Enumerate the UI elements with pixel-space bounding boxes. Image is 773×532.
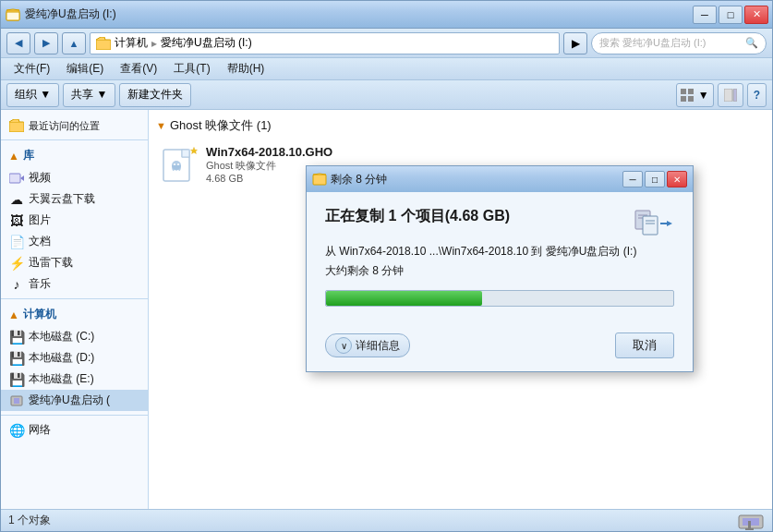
view-toggle-button[interactable]: ▼ <box>676 83 714 107</box>
sidebar-network-label: 网络 <box>29 422 51 438</box>
menu-tools[interactable]: 工具(T) <box>166 59 217 79</box>
sidebar-item-disk-c[interactable]: 💾 本地磁盘 (C:) <box>1 326 148 347</box>
svg-rect-13 <box>14 398 19 404</box>
folder-name: Ghost 映像文件 (1) <box>170 117 272 134</box>
toolbar-right: ▼ ? <box>676 83 767 107</box>
sidebar-item-network[interactable]: 🌐 网络 <box>1 419 148 441</box>
sidebar-disk-e-label: 本地磁盘 (E:) <box>29 371 94 387</box>
sidebar-item-doc[interactable]: 📄 文档 <box>1 231 148 252</box>
svg-rect-31 <box>745 528 754 530</box>
path-part2: 愛纯净U盘启动 (I:) <box>161 35 252 51</box>
copy-animation-icon <box>634 203 674 244</box>
disk-d-icon: 💾 <box>8 351 25 366</box>
content-area: ▼ Ghost 映像文件 (1) <box>149 110 772 509</box>
address-bar: ◀ ▶ ▲ 计算机 ▸ 愛纯净U盘启动 (I:) ▶ 搜索 愛纯净U盘启动 (I… <box>1 29 772 58</box>
sidebar-item-disk-e[interactable]: 💾 本地磁盘 (E:) <box>1 369 148 390</box>
sidebar-item-music[interactable]: ♪ 音乐 <box>1 273 148 295</box>
dialog-maximize-button[interactable]: □ <box>645 171 665 187</box>
sidebar-section-computer: ▲ 计算机 💾 本地磁盘 (C:) 💾 本地磁盘 (D:) 💾 本地磁盘 (E:… <box>1 303 148 411</box>
menu-view[interactable]: 查看(V) <box>113 59 164 79</box>
up-button[interactable]: ▲ <box>62 32 86 54</box>
video-icon <box>8 171 25 186</box>
doc-icon: 📄 <box>8 235 25 249</box>
chevron-down-icon: ∨ <box>335 337 352 354</box>
toolbar: 组织 ▼ 共享 ▼ 新建文件夹 ▼ ? <box>1 80 772 110</box>
sidebar-item-cloud[interactable]: ☁ 天翼云盘下载 <box>1 188 148 210</box>
recent-icon <box>8 118 25 133</box>
sidebar-item-picture[interactable]: 🖼 图片 <box>1 210 148 231</box>
help-button[interactable]: ? <box>747 83 767 107</box>
maximize-button[interactable]: □ <box>719 6 743 24</box>
share-button[interactable]: 共享 ▼ <box>63 83 115 107</box>
cancel-button[interactable]: 取消 <box>615 332 674 358</box>
ghost-file-icon <box>162 146 199 183</box>
computer-arrow-icon: ▲ <box>8 308 19 321</box>
dialog-title-bar: 剩余 8 分钟 ─ □ ✕ <box>307 166 693 192</box>
menu-bar: 文件(F) 编辑(E) 查看(V) 工具(T) 帮助(H) <box>1 58 772 80</box>
sidebar-thunder-label: 迅雷下载 <box>29 255 73 271</box>
picture-icon: 🖼 <box>8 213 25 228</box>
sidebar-section-network: 🌐 网络 <box>1 419 148 441</box>
dialog-footer: ∨ 详细信息 取消 <box>307 332 693 371</box>
svg-rect-24 <box>643 216 658 235</box>
title-bar-buttons: ─ □ ✕ <box>693 6 768 24</box>
preview-icon <box>724 89 737 102</box>
title-bar: 愛纯净U盘启动 (I:) ─ □ ✕ <box>1 1 772 29</box>
menu-file[interactable]: 文件(F) <box>6 59 57 79</box>
minimize-button[interactable]: ─ <box>693 6 717 24</box>
dialog-time-text: 大约剩余 8 分钟 <box>325 264 404 277</box>
search-box[interactable]: 搜索 愛纯净U盘启动 (I:) 🔍 <box>591 32 767 54</box>
svg-rect-2 <box>96 40 111 50</box>
svg-rect-10 <box>9 174 20 183</box>
dialog-minimize-button[interactable]: ─ <box>622 171 643 187</box>
sidebar-divider-1 <box>1 139 148 140</box>
menu-help[interactable]: 帮助(H) <box>220 59 272 79</box>
dialog-tb-btns: ─ □ ✕ <box>622 171 687 187</box>
dialog-body: 正在复制 1 个项目(4.68 GB) <box>307 192 693 332</box>
sidebar-video-label: 视频 <box>29 170 51 186</box>
svg-rect-8 <box>733 89 737 102</box>
status-text: 1 个对象 <box>8 513 51 528</box>
search-placeholder: 搜索 愛纯净U盘启动 (I:) <box>599 36 707 50</box>
svg-marker-27 <box>667 221 672 226</box>
sidebar-section-library: ▲ 库 视频 ☁ 天翼云盘下载 🖼 <box>1 144 148 295</box>
folder-header: ▼ Ghost 映像文件 (1) <box>156 117 765 134</box>
sidebar-computer-header[interactable]: ▲ 计算机 <box>1 303 148 326</box>
close-button[interactable]: ✕ <box>744 6 768 24</box>
detail-button[interactable]: ∨ 详细信息 <box>325 333 410 357</box>
dialog-title-text: 剩余 8 分钟 <box>331 172 619 187</box>
address-path[interactable]: 计算机 ▸ 愛纯净U盘启动 (I:) <box>90 32 560 54</box>
go-button[interactable]: ▶ <box>563 32 587 54</box>
title-bar-text: 愛纯净U盘启动 (I:) <box>25 6 693 22</box>
menu-edit[interactable]: 编辑(E) <box>59 59 111 79</box>
sidebar-music-label: 音乐 <box>29 276 51 292</box>
sidebar-item-video[interactable]: 视频 <box>1 167 148 188</box>
sidebar-divider-2 <box>1 298 148 299</box>
sidebar-item-thunder[interactable]: ⚡ 迅雷下载 <box>1 252 148 273</box>
sidebar-divider-3 <box>1 415 148 416</box>
main-area: 最近访问的位置 ▲ 库 视频 <box>1 110 772 509</box>
sidebar-item-recent[interactable]: 最近访问的位置 <box>1 115 148 136</box>
svg-point-17 <box>174 163 175 165</box>
sidebar-item-recent-label: 最近访问的位置 <box>29 119 100 133</box>
sidebar-usb-label: 愛纯净U盘启动 ( <box>29 393 110 408</box>
sidebar-item-usb[interactable]: 愛纯净U盘启动 ( <box>1 390 148 411</box>
view-icon <box>681 89 695 102</box>
sidebar-computer-label: 计算机 <box>23 307 56 322</box>
preview-button[interactable] <box>718 83 743 107</box>
new-folder-button[interactable]: 新建文件夹 <box>119 83 191 107</box>
organize-button[interactable]: 组织 ▼ <box>6 83 59 107</box>
sidebar-item-disk-d[interactable]: 💾 本地磁盘 (D:) <box>1 347 148 369</box>
cloud-icon: ☁ <box>8 192 25 207</box>
dialog-from-to: 从 Win7x64-2018.10 ...\Win7x64-2018.10 到 … <box>325 244 674 260</box>
title-path: 愛纯净U盘启动 (I:) <box>25 6 116 22</box>
sidebar-library-header[interactable]: ▲ 库 <box>1 144 148 167</box>
music-icon: ♪ <box>8 277 25 292</box>
back-button[interactable]: ◀ <box>6 32 30 54</box>
sidebar-picture-label: 图片 <box>29 212 51 228</box>
dialog-close-button[interactable]: ✕ <box>667 171 687 187</box>
svg-point-18 <box>177 163 179 165</box>
sidebar-disk-c-label: 本地磁盘 (C:) <box>29 329 94 345</box>
svg-rect-5 <box>681 96 686 102</box>
forward-button[interactable]: ▶ <box>34 32 58 54</box>
